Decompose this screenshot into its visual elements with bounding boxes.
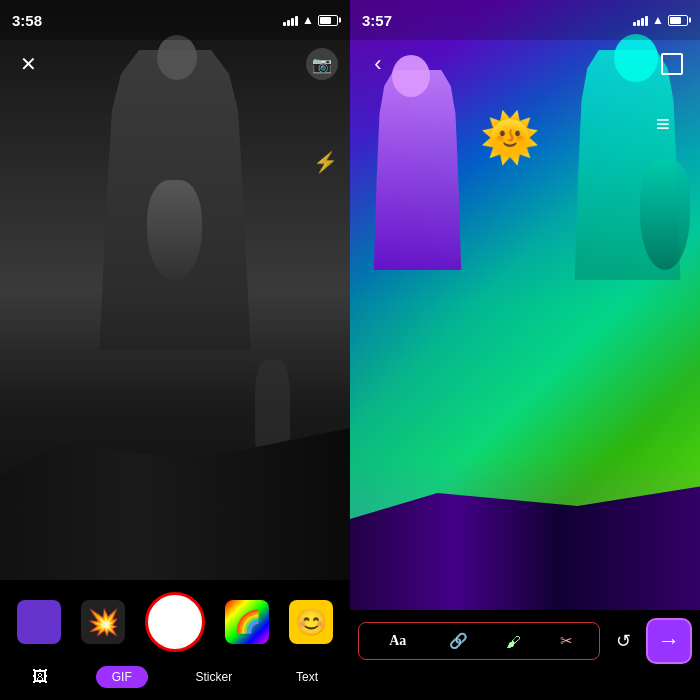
right-panel: 3:57 ▲ ‹ 🌞 ≡ [350, 0, 700, 700]
back-button[interactable]: ‹ [362, 48, 394, 80]
wifi-icon-right: ▲ [652, 13, 664, 27]
redo-button[interactable]: ↺ [604, 622, 642, 660]
gif-label: GIF [112, 670, 132, 684]
next-button[interactable]: → [646, 618, 692, 664]
status-icons-right: ▲ [633, 13, 688, 27]
crop-button[interactable] [656, 48, 688, 80]
time-left: 3:58 [12, 12, 42, 29]
capture-row: 💥 🌈 😊 [0, 580, 350, 660]
explosion-icon: 💥 [87, 607, 119, 638]
crop-icon [661, 53, 683, 75]
text-tool-label: Aa [385, 631, 410, 651]
time-right: 3:57 [362, 12, 392, 29]
explosion-sticker-button[interactable]: 💥 [81, 600, 125, 644]
brush-tool-button[interactable]: 🖌 [500, 631, 527, 652]
battery-icon-right [668, 15, 688, 26]
layers-button[interactable]: ≡ [656, 110, 670, 138]
nav-gif[interactable]: GIF [96, 666, 148, 688]
editing-tools-group: Aa 🔗 🖌 ✂ [358, 622, 600, 660]
scissors-tool-button[interactable]: ✂ [554, 630, 579, 652]
battery-icon-left [318, 15, 338, 26]
person-left-right [370, 70, 465, 270]
sun-sticker[interactable]: 🌞 [480, 110, 540, 166]
bottom-nav-left: 🖼 GIF Sticker Text [0, 660, 350, 698]
left-panel: 3:58 ▲ ✕ 📷 ⚡ 💥 [0, 0, 350, 700]
flash-button[interactable]: ⚡ [313, 150, 338, 174]
link-tool-button[interactable]: 🔗 [443, 630, 474, 652]
link-tool-icon: 🔗 [449, 632, 468, 650]
sun-emoji: 🌞 [480, 111, 540, 164]
signal-bars-left [283, 14, 298, 26]
close-button[interactable]: ✕ [12, 48, 44, 80]
layers-icon-symbol: ≡ [656, 110, 670, 137]
brush-tool-icon: 🖌 [506, 633, 521, 650]
nav-text[interactable]: Text [280, 666, 334, 688]
sticker-label: Sticker [196, 670, 233, 684]
smiley-icon: 😊 [295, 607, 327, 638]
bottom-toolbar-right: Aa 🔗 🖌 ✂ ↺ → [350, 610, 700, 700]
status-bar-right: 3:57 ▲ [350, 0, 700, 40]
camera-flip-icon: 📷 [312, 55, 332, 74]
nav-sticker[interactable]: Sticker [180, 666, 249, 688]
top-controls-right: ‹ [350, 40, 700, 88]
signal-bars-right [633, 14, 648, 26]
top-controls-left: ✕ 📷 [0, 40, 350, 88]
capture-button[interactable] [145, 592, 205, 652]
status-icons-left: ▲ [283, 13, 338, 27]
camera-flip-button[interactable]: 📷 [306, 48, 338, 80]
flash-icon: ⚡ [313, 151, 338, 173]
nav-gallery[interactable]: 🖼 [16, 664, 64, 690]
scissors-tool-icon: ✂ [560, 632, 573, 650]
bottom-toolbar-left: 💥 🌈 😊 🖼 GIF Sticker [0, 580, 350, 700]
status-bar-left: 3:58 ▲ [0, 0, 350, 40]
edit-tools-row: Aa 🔗 🖌 ✂ ↺ → [358, 618, 692, 664]
right-photo-area [350, 0, 700, 610]
text-label-left: Text [296, 670, 318, 684]
rainbow-sticker-button[interactable]: 🌈 [225, 600, 269, 644]
text-tool-button[interactable]: Aa [379, 629, 416, 653]
smiley-sticker-button[interactable]: 😊 [289, 600, 333, 644]
gallery-icon: 🖼 [32, 668, 48, 686]
redo-icon: ↺ [616, 630, 631, 652]
capture-button-inner [150, 597, 200, 647]
next-arrow-icon: → [658, 628, 680, 654]
rainbow-icon: 🌈 [234, 609, 261, 635]
purple-sticker-button[interactable] [17, 600, 61, 644]
wifi-icon-left: ▲ [302, 13, 314, 27]
